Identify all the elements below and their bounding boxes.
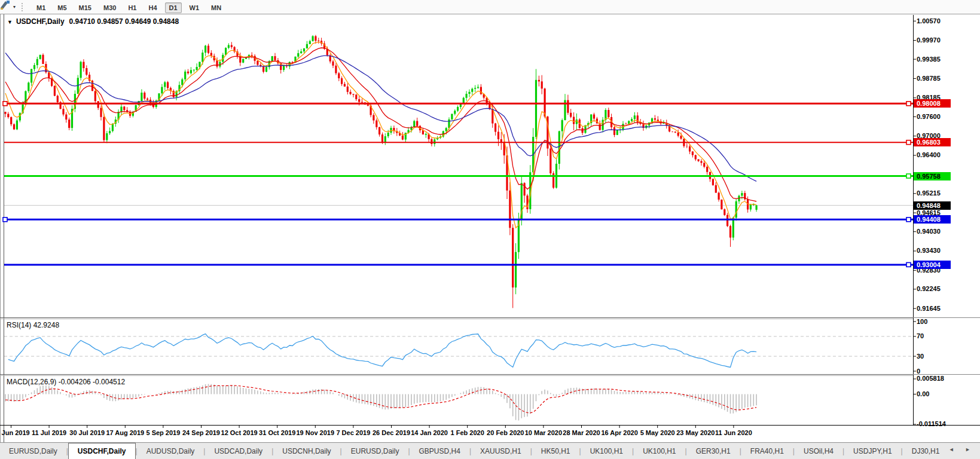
date-axis-label: 26 Dec 2019 (373, 429, 410, 436)
tf-button-w1[interactable]: W1 (185, 2, 204, 13)
tf-button-m1[interactable]: M1 (32, 2, 50, 13)
date-axis-label: 24 Sep 2019 (182, 429, 220, 436)
tab-scroll-arrows[interactable]: ◄ ► (949, 446, 975, 452)
chart-ohlc: 0.94710 0.94857 0.94649 0.94848 (69, 17, 179, 26)
tab-gbpusd-h4-6[interactable]: GBPUSD,H4 (410, 443, 469, 459)
hline-handle-right[interactable] (906, 102, 911, 106)
tf-button-h4[interactable]: H4 (144, 2, 161, 13)
chart-plot[interactable] (0, 0, 980, 459)
price-axis-label: 0.94030 (917, 228, 941, 235)
tf-button-m15[interactable]: M15 (75, 2, 96, 13)
price-axis-label: 0.99970 (917, 36, 941, 44)
date-axis-label: 19 Nov 2019 (296, 429, 334, 436)
bull-wicks (17, 35, 756, 294)
tab-dj30-h1-15[interactable]: DJ30,H1 (903, 443, 949, 459)
rsi-axis-label: 30 (917, 353, 924, 360)
timeframe-toolbar: ▾ M1M5M15M30H1H4D1W1MN (0, 0, 980, 14)
date-axis-label: 16 Apr 2020 (601, 429, 637, 436)
rsi-axis-label: 70 (917, 332, 924, 340)
tf-button-h1[interactable]: H1 (124, 2, 141, 13)
tab-usdcad-daily-3[interactable]: USDCAD,Daily (205, 443, 271, 459)
tab-uk100-h1-9[interactable]: UK100,H1 (581, 443, 632, 459)
chart-title: ▼USDCHF,Daily0.94710 0.94857 0.94649 0.9… (7, 17, 179, 26)
chart-symbol: USDCHF,Daily (16, 17, 65, 26)
price-axis-label: 1.00570 (917, 17, 941, 25)
date-axis-label: 5 May 2020 (640, 429, 675, 436)
date-axis-label: 1 Feb 2020 (451, 429, 484, 436)
price-axis-label: 0.96400 (917, 151, 941, 159)
price-axis-label: 0.97600 (917, 113, 941, 121)
rsi-axis-label: 0 (917, 368, 920, 375)
tab-fra40-h1-12[interactable]: FRA40,H1 (741, 443, 793, 459)
rsi-label: RSI(14) 42.9248 (7, 321, 59, 329)
hline-handle-right[interactable] (906, 140, 911, 145)
tab-xauusd-h1-7[interactable]: XAUUSD,H1 (471, 443, 530, 459)
date-axis-label: 30 Jul 2019 (69, 429, 105, 436)
draw-style-icon[interactable] (1, 2, 12, 12)
price-axis-label: 0.95215 (917, 189, 941, 197)
price-badge-0.95758: 0.95758 (914, 172, 951, 180)
bear-wicks (5, 35, 748, 308)
timeframe-buttons: M1M5M15M30H1H4D1W1MN (30, 2, 227, 13)
price-badge-0.98008: 0.98008 (914, 99, 951, 108)
trading-app-window: ▾ M1M5M15M30H1H4D1W1MN ▼USDCHF,Daily0.94… (0, 0, 980, 459)
ma-fast-orange[interactable] (5, 42, 756, 228)
price-badge-0.94848: 0.94848 (914, 201, 951, 210)
bull-bodies (17, 36, 756, 288)
chart-tab-bar: EURUSD,Daily|USDCHF,Daily|AUDUSD,Daily|U… (0, 442, 980, 459)
macd-axis-label: 0.005818 (917, 375, 944, 382)
chart-dropdown-icon: ▼ (7, 19, 13, 25)
macd-axis-label: 0.00 (917, 390, 929, 398)
tab-usoil-h4-13[interactable]: USOil,H4 (795, 443, 842, 459)
date-axis-label: 12 Oct 2019 (221, 429, 258, 436)
date-axis-label: 20 Feb 2020 (487, 429, 524, 436)
tab-ger30-h1-11[interactable]: GER30,H1 (687, 443, 740, 459)
date-axis-label: 22 Jun 2019 (0, 429, 30, 436)
rsi-line (8, 334, 756, 368)
date-axis-label: 7 Dec 2019 (336, 429, 370, 436)
price-badge-0.94408: 0.94408 (914, 215, 951, 224)
price-axis-label: 0.91645 (917, 305, 941, 313)
price-badge-0.96803: 0.96803 (914, 138, 951, 146)
date-axis-label: 10 Mar 2020 (525, 429, 562, 436)
tf-button-m30[interactable]: M30 (99, 2, 120, 13)
macd-label: MACD(12,26,9) -0.004206 -0.004512 (7, 378, 125, 386)
price-axis-label: 0.93430 (917, 247, 941, 255)
hline-handle-right[interactable] (906, 174, 911, 178)
date-axis-label: 11 Jul 2019 (32, 429, 66, 436)
macd-histogram (5, 384, 756, 421)
tab-audusd-daily-2[interactable]: AUDUSD,Daily (138, 443, 204, 459)
date-axis-label: 31 Oct 2019 (259, 429, 295, 436)
date-axis-label: 17 Aug 2019 (106, 429, 144, 436)
date-axis-label: 14 Jan 2020 (411, 429, 448, 436)
toolbar-grip[interactable] (22, 3, 25, 11)
bear-bodies (5, 36, 748, 288)
tab-eurusd-daily-0[interactable]: EURUSD,Daily (0, 443, 66, 459)
price-axis-label: 0.98785 (917, 75, 941, 82)
tab-uk100-h1-10[interactable]: UK100,H1 (634, 443, 685, 459)
tab-usdjpy-h1-14[interactable]: USDJPY,H1 (844, 443, 900, 459)
price-badge-0.93004: 0.93004 (914, 261, 951, 269)
date-axis-label: 23 May 2020 (676, 429, 715, 436)
tab-usdcnh-daily-4[interactable]: USDCNH,Daily (273, 443, 340, 459)
price-axis-label: 0.99385 (917, 56, 941, 63)
hline-handle-right[interactable] (906, 218, 911, 222)
tf-button-d1[interactable]: D1 (165, 2, 182, 13)
tool-dropdown-caret[interactable]: ▾ (13, 4, 16, 10)
price-axis-label: 0.92245 (917, 285, 941, 293)
date-axis-label: 5 Sep 2019 (146, 429, 180, 436)
tab-eurusd-daily-5[interactable]: EURUSD,Daily (342, 443, 408, 459)
date-axis-label: 28 Mar 2020 (563, 429, 600, 436)
hline-handle-left[interactable] (3, 102, 7, 106)
hline-handle-right[interactable] (906, 262, 911, 267)
tf-button-mn[interactable]: MN (207, 2, 225, 13)
hline-handle-left[interactable] (3, 218, 7, 222)
tab-hk50-h1-8[interactable]: HK50,H1 (532, 443, 579, 459)
date-axis-label: 11 Jun 2020 (715, 429, 752, 436)
tf-button-m5[interactable]: M5 (53, 2, 71, 13)
tab-usdchf-daily-1[interactable]: USDCHF,Daily (68, 443, 136, 459)
rsi-axis-label: 100 (917, 318, 927, 326)
macd-axis-label: -0.011514 (917, 420, 946, 428)
